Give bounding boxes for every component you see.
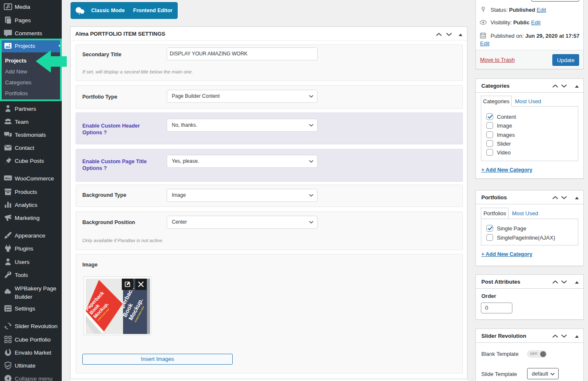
svg-text:Woo: Woo — [5, 176, 11, 179]
